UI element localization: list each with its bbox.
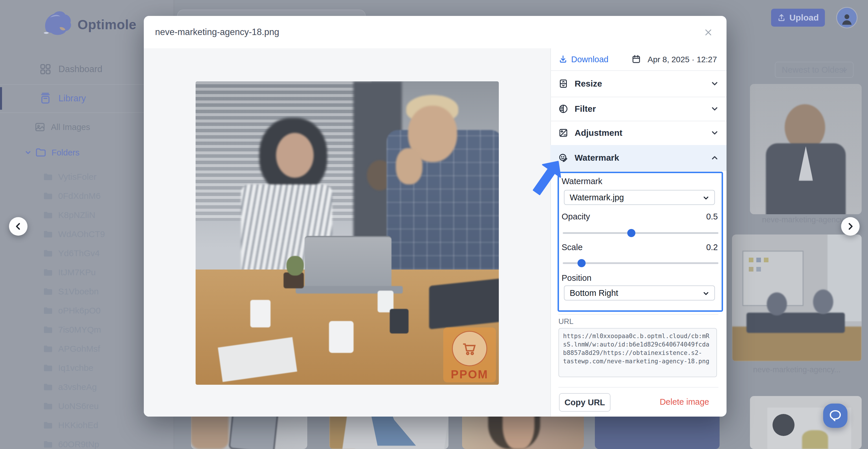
upload-icon [777, 13, 786, 22]
modal-title: neve-marketing-agency-18.png [155, 16, 279, 48]
position-select[interactable]: Bottom Right [564, 286, 715, 300]
applied-watermark-overlay: PPOM [443, 327, 496, 382]
photo-shape [749, 267, 753, 272]
previous-image-button[interactable] [9, 217, 28, 236]
folder-icon [43, 306, 53, 316]
grid-thumbnail-portrait[interactable] [750, 84, 862, 214]
thumbnail-caption: neve-marketing-agency... [732, 365, 862, 374]
next-image-button[interactable] [841, 217, 860, 236]
photo-shape [756, 267, 761, 272]
section-resize[interactable]: Resize [550, 70, 726, 97]
close-button[interactable] [704, 28, 713, 37]
filter-icon [558, 104, 568, 114]
chat-launcher-button[interactable] [823, 403, 847, 428]
close-icon [704, 28, 713, 37]
scale-value: 0.2 [706, 243, 718, 252]
folder-icon [43, 210, 53, 220]
chevron-down-icon [710, 79, 719, 88]
chevron-down-icon [710, 128, 719, 137]
chevron-right-icon [846, 222, 855, 231]
photo-shape [767, 292, 787, 316]
photo-shape [746, 313, 845, 333]
download-row: Download Apr 8, 2025 · 12:27 [550, 48, 726, 71]
upload-button[interactable]: Upload [771, 9, 825, 27]
cart-icon [461, 339, 478, 358]
photo-shape [802, 430, 828, 449]
chevron-left-icon [14, 222, 23, 231]
opacity-label: Opacity [562, 212, 590, 221]
resize-icon [558, 79, 568, 89]
chevron-down-icon [702, 194, 710, 202]
settings-panel: Download Apr 8, 2025 · 12:27 Resize Filt… [550, 48, 726, 417]
chevron-down-icon [841, 67, 848, 74]
position-label: Position [562, 273, 591, 283]
folder-icon [43, 287, 53, 296]
photo-shape [828, 235, 862, 321]
folder-icon [43, 382, 53, 392]
watermark-logo-circle [452, 331, 487, 366]
app-canvas: Optimole Dashboard Library All Images Fo… [0, 0, 868, 449]
url-textarea[interactable]: https://ml0xxoopaa0c.b.optml.cloud/cb:mR… [558, 328, 717, 377]
optimole-logo [40, 8, 72, 40]
watermark-controls-box: Watermark Watermark.jpg Opacity 0.5 Scal… [558, 172, 723, 312]
grid-thumbnail-meeting[interactable] [732, 235, 862, 361]
folder-icon [43, 440, 53, 449]
photo-shape [250, 300, 271, 327]
folder-item[interactable]: HKKiohEd [0, 416, 174, 435]
calendar-icon [631, 54, 641, 64]
brand-name: Optimole [78, 17, 136, 32]
person-icon [839, 11, 855, 27]
photo-shape [329, 321, 353, 353]
watermark-file-select[interactable]: Watermark.jpg [564, 190, 715, 205]
folder-icon [43, 248, 53, 258]
photo-shape [756, 258, 761, 262]
watermark-field-label: Watermark [562, 177, 602, 186]
copy-url-button[interactable]: Copy URL [559, 393, 611, 412]
footer-divider [558, 387, 718, 388]
scale-slider-thumb[interactable] [578, 259, 586, 267]
download-link[interactable]: Download [571, 55, 609, 64]
folder-icon [43, 325, 53, 335]
library-icon [39, 92, 52, 104]
watermark-logo-text: PPOM [451, 368, 488, 381]
folder-icon [43, 191, 53, 201]
folder-open-icon [35, 147, 46, 158]
photo-shape [305, 236, 392, 289]
url-label: URL [558, 317, 574, 326]
preview-image: PPOM [195, 81, 499, 385]
photo-shape [286, 256, 304, 276]
folder-icon [43, 420, 53, 430]
photo-shape [429, 277, 499, 329]
folder-icon [43, 268, 53, 277]
chevron-down-icon [710, 104, 719, 113]
section-filter[interactable]: Filter [550, 97, 726, 121]
photo-shape [764, 258, 769, 262]
photo-shape [749, 258, 753, 262]
scale-slider[interactable] [563, 262, 718, 264]
photo-shape [773, 414, 795, 436]
image-icon [34, 122, 45, 132]
opacity-slider-thumb[interactable] [627, 229, 636, 237]
image-date: Apr 8, 2025 · 12:27 [648, 55, 717, 64]
section-adjustment[interactable]: Adjustment [550, 121, 726, 146]
photo-shape [396, 148, 423, 184]
chevron-up-icon [710, 153, 719, 162]
opacity-slider[interactable] [563, 232, 718, 234]
folder-icon [43, 344, 53, 354]
opacity-value: 0.5 [706, 212, 718, 221]
sort-select[interactable]: Newest to Oldest [775, 62, 854, 78]
chevron-down-icon [24, 149, 32, 156]
photo-shape [276, 133, 314, 178]
adjustment-icon [558, 128, 568, 138]
scale-label: Scale [562, 243, 583, 252]
section-watermark[interactable]: Watermark [550, 145, 726, 171]
avatar[interactable] [836, 7, 858, 28]
download-icon [558, 54, 568, 64]
preview-area: PPOM [144, 48, 551, 417]
folder-icon [43, 229, 53, 239]
photo-shape [390, 309, 408, 333]
folder-item[interactable]: 60OR9tNp [0, 435, 174, 449]
dashboard-grid-icon [39, 63, 52, 75]
delete-image-button[interactable]: Delete image [660, 393, 709, 411]
image-detail-modal: neve-marketing-agency-18.png [144, 16, 726, 417]
